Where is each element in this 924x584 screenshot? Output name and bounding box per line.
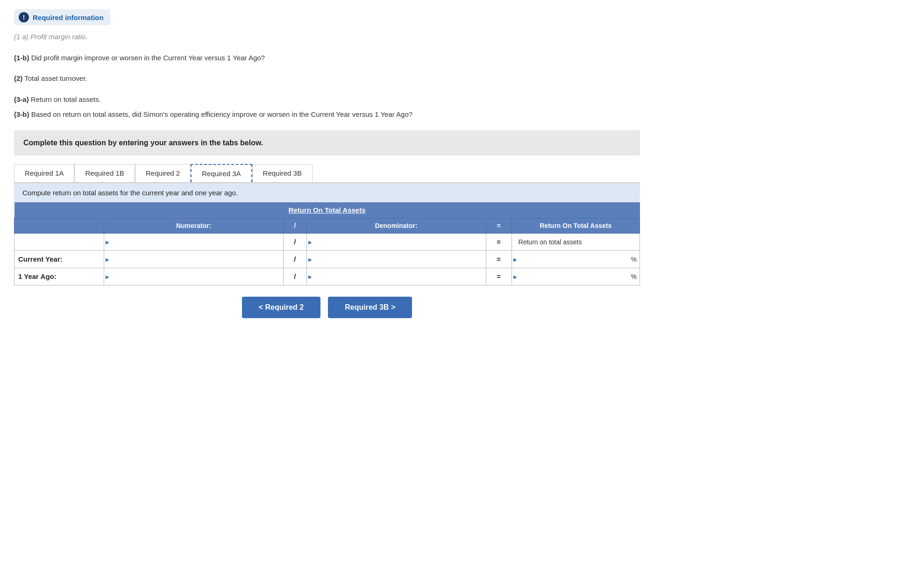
cy-label: Current Year: <box>14 250 104 268</box>
table-title-cell: Return On Total Assets <box>14 202 640 218</box>
ya-denominator-input[interactable] <box>311 271 482 282</box>
ya-equals: = <box>486 268 512 285</box>
cy-denominator-input[interactable] <box>311 254 482 265</box>
cy-equals: = <box>486 250 512 268</box>
header-numerator: Numerator: <box>104 218 284 233</box>
tab-description: Compute return on total assets for the c… <box>14 183 640 202</box>
ya-result-input[interactable] <box>516 271 626 282</box>
def-result-cell: Return on total assets <box>512 233 640 250</box>
instructions-box: Complete this question by entering your … <box>14 130 640 156</box>
rota-table: Return On Total Assets Numerator: / Deno… <box>14 202 640 285</box>
table-wrapper: Return On Total Assets Numerator: / Deno… <box>14 202 640 285</box>
tab-required-3a[interactable]: Required 3A <box>191 164 252 182</box>
tab-required-3b[interactable]: Required 3B <box>252 164 313 182</box>
cy-numerator-cell[interactable] <box>104 250 284 268</box>
cy-slash: / <box>284 250 306 268</box>
prev-button[interactable]: < Required 2 <box>242 297 320 318</box>
ya-denominator-cell[interactable] <box>306 268 486 285</box>
ya-numerator-input[interactable] <box>108 271 279 282</box>
header-equals: = <box>486 218 512 233</box>
tabs-container: Required 1A Required 1B Required 2 Requi… <box>14 164 640 183</box>
required-info-badge: ! Required information <box>14 9 110 25</box>
section-2: (2) Total asset turnover. <box>14 73 640 84</box>
def-denominator-cell[interactable] <box>306 233 486 250</box>
table-title-row: Return On Total Assets <box>14 202 640 218</box>
header-denominator: Denominator: <box>306 218 486 233</box>
header-row-label <box>14 218 104 233</box>
table-row-definition: / = Return on total assets <box>14 233 640 250</box>
ya-label: 1 Year Ago: <box>14 268 104 285</box>
def-numerator-cell[interactable] <box>104 233 284 250</box>
cy-result-cell[interactable] <box>512 250 640 268</box>
instructions-text: Complete this question by entering your … <box>23 139 631 147</box>
def-equals: = <box>486 233 512 250</box>
exclamation-icon: ! <box>19 12 29 22</box>
def-slash: / <box>284 233 306 250</box>
next-button-label: Required 3B > <box>345 303 395 312</box>
tab-required-2[interactable]: Required 2 <box>135 164 191 182</box>
cy-denominator-cell[interactable] <box>306 250 486 268</box>
tab-required-1b[interactable]: Required 1B <box>74 164 135 182</box>
def-result-label: Return on total assets <box>516 236 585 248</box>
header-result: Return On Total Assets <box>512 218 640 233</box>
ya-numerator-cell[interactable] <box>104 268 284 285</box>
section-1b: (1-b) Did profit margin improve or worse… <box>14 53 640 64</box>
tab-required-1a[interactable]: Required 1A <box>14 164 74 182</box>
cy-numerator-input[interactable] <box>108 254 279 265</box>
table-header-row: Numerator: / Denominator: = Return On To… <box>14 218 640 233</box>
prev-button-label: < Required 2 <box>259 303 304 312</box>
ya-result-cell[interactable] <box>512 268 640 285</box>
ya-slash: / <box>284 268 306 285</box>
section-3b: (3-b) Based on return on total assets, d… <box>14 109 640 120</box>
required-info-label: Required information <box>33 14 104 21</box>
def-numerator-input[interactable] <box>108 236 279 248</box>
table-row-one-year-ago: 1 Year Ago: / = <box>14 268 640 285</box>
header-slash: / <box>284 218 306 233</box>
section-3a: (3-a) Return on total assets. <box>14 94 640 105</box>
nav-buttons: < Required 2 Required 3B > <box>14 297 640 318</box>
table-row-current-year: Current Year: / = <box>14 250 640 268</box>
def-label <box>14 233 104 250</box>
next-button[interactable]: Required 3B > <box>328 297 412 318</box>
def-denominator-input[interactable] <box>311 236 482 248</box>
cy-result-input[interactable] <box>516 254 626 265</box>
section-1a: (1 a) Profit margin ratio. <box>14 32 640 43</box>
